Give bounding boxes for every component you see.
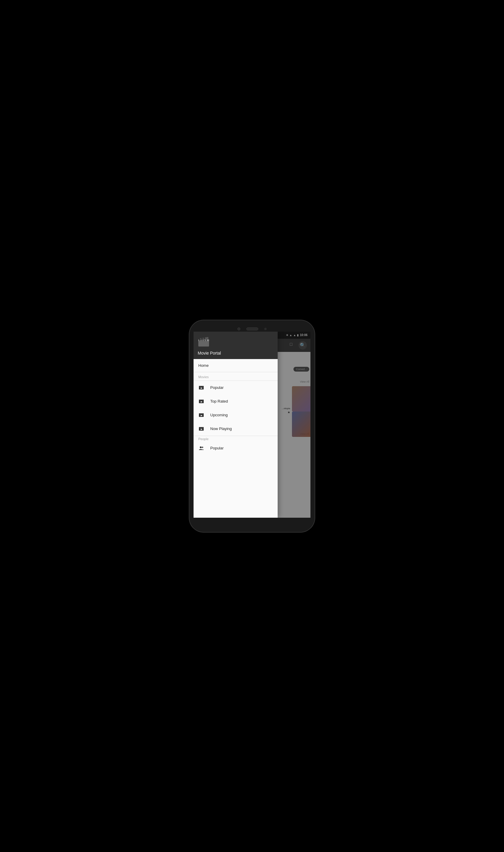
svg-rect-7: [199, 338, 201, 340]
upcoming-label: Upcoming: [210, 413, 228, 417]
svg-rect-20: [200, 400, 201, 400]
film-icon-now-playing: [198, 426, 204, 432]
drawer-item-home[interactable]: Home: [194, 359, 278, 372]
phone-screen: ⬇ ⚙ ✶ ▲ ▲ ▮ 10:06 ☰ Movie Portal 🔍: [194, 332, 310, 518]
drawer-item-popular-people[interactable]: Popular: [194, 441, 278, 455]
svg-rect-22: [203, 400, 203, 400]
drawer-header: Movie Portal: [194, 332, 278, 359]
svg-rect-33: [199, 427, 200, 428]
now-playing-label: Now Playing: [210, 427, 232, 431]
drawer-item-popular-movies[interactable]: Popular: [194, 381, 278, 395]
svg-rect-36: [203, 427, 203, 428]
camera-area: [194, 326, 310, 332]
svg-rect-12: [199, 386, 200, 387]
bottom-bezel: [194, 518, 310, 527]
drawer-item-top-rated[interactable]: Top Rated: [194, 395, 278, 408]
svg-rect-21: [202, 400, 202, 400]
svg-rect-9: [203, 337, 205, 339]
svg-rect-15: [203, 386, 203, 387]
svg-rect-26: [199, 413, 200, 414]
svg-rect-27: [200, 413, 201, 414]
people-section-label: People: [194, 434, 213, 442]
svg-point-38: [200, 447, 202, 448]
phone-device: ⬇ ⚙ ✶ ▲ ▲ ▮ 10:06 ☰ Movie Portal 🔍: [190, 320, 314, 532]
svg-rect-19: [199, 400, 200, 400]
drawer-body: Home Movies: [194, 359, 278, 518]
film-icon-top-rated: [198, 398, 204, 404]
popular-movies-label: Popular: [210, 385, 224, 390]
people-icon-popular: [198, 445, 204, 451]
film-icon-upcoming: [198, 412, 204, 418]
svg-rect-8: [201, 337, 203, 340]
drawer-item-upcoming[interactable]: Upcoming: [194, 408, 278, 422]
drawer-app-name: Movie Portal: [198, 351, 273, 356]
home-label: Home: [198, 363, 209, 368]
svg-rect-14: [202, 386, 202, 387]
film-icon-popular: [198, 385, 204, 391]
svg-rect-13: [200, 386, 201, 387]
svg-point-39: [202, 447, 203, 448]
svg-rect-5: [206, 339, 207, 341]
popular-people-label: Popular: [210, 446, 224, 450]
svg-rect-29: [203, 413, 203, 414]
svg-rect-34: [200, 427, 201, 428]
top-rated-label: Top Rated: [210, 399, 228, 403]
nav-drawer: Movie Portal Home Movies: [194, 332, 278, 518]
app-logo-icon: [198, 337, 210, 348]
speaker-grille: [246, 327, 258, 330]
drawer-item-now-playing[interactable]: Now Playing: [194, 422, 278, 436]
sensor: [264, 328, 267, 330]
front-camera: [237, 327, 240, 330]
svg-rect-28: [202, 413, 202, 414]
movies-section-label: Movies: [194, 372, 278, 381]
svg-rect-35: [202, 427, 202, 428]
